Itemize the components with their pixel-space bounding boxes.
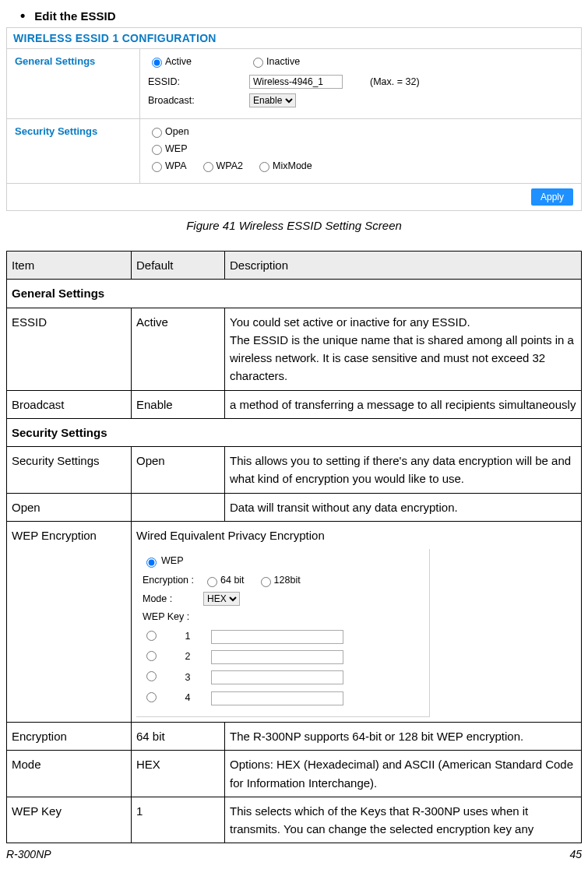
table-row: Encryption 64 bit The R-300NP supports 6… [7, 723, 582, 751]
table-row: Open Data will transit without any data … [7, 493, 582, 521]
security-settings-label: Security Settings [7, 119, 140, 183]
panel-title: WIRELESS ESSID 1 CONFIGURATION [7, 28, 581, 48]
th-item: Item [7, 252, 132, 280]
key-radio-4[interactable] [146, 692, 157, 702]
wep-mode-select[interactable]: HEX [203, 592, 240, 606]
key-radio-2[interactable] [146, 651, 157, 661]
key-input-1[interactable] [211, 630, 343, 644]
wep-key-row: 1 [143, 628, 423, 646]
wpa-radio[interactable]: WPA [148, 160, 187, 172]
wep-mode-row: Mode : HEX [143, 592, 423, 607]
wep-key-row: 2 [143, 649, 423, 666]
broadcast-label: Broadcast: [148, 95, 249, 106]
description-table: Item Default Description General Setting… [6, 251, 582, 843]
key-input-3[interactable] [211, 670, 343, 684]
wep-title: Wired Equivalent Privacy Encryption [136, 526, 576, 544]
th-desc: Description [225, 252, 582, 280]
key-radio-3[interactable] [146, 671, 157, 681]
general-section: General Settings [7, 280, 582, 308]
essid-hint: (Max. = 32) [370, 76, 420, 87]
table-row: Broadcast Enable a method of transferrin… [7, 390, 582, 418]
enc-128-radio[interactable]: 128bit [257, 573, 301, 588]
wep-panel: WEP Encryption : 64 bit 128bit Mode : HE… [136, 549, 430, 717]
th-default: Default [132, 252, 225, 280]
key-input-2[interactable] [211, 650, 343, 664]
table-row: Security Settings Open This allows you t… [7, 447, 582, 494]
broadcast-select[interactable]: Enable [249, 93, 296, 107]
figure-caption: Figure 41 Wireless ESSID Setting Screen [6, 219, 582, 232]
wep-key-row: 3 [143, 669, 423, 686]
apply-button[interactable]: Apply [531, 188, 573, 206]
table-row: ESSID Active You could set active or ina… [7, 308, 582, 390]
mixmode-radio[interactable]: MixMode [255, 160, 312, 172]
wpa2-radio[interactable]: WPA2 [199, 160, 244, 172]
inactive-radio[interactable]: Inactive [249, 55, 300, 68]
key-radio-1[interactable] [146, 631, 157, 641]
essid-row: ESSID: (Max. = 32) [148, 75, 573, 89]
wep-panel-radio[interactable] [146, 558, 157, 568]
wep-key-row: 4 [143, 690, 423, 707]
wep-encryption-row: Encryption : 64 bit 128bit [143, 573, 423, 588]
general-settings-label: General Settings [7, 49, 140, 118]
wep-radio[interactable]: WEP [148, 142, 187, 155]
config-panel: WIRELESS ESSID 1 CONFIGURATION General S… [6, 27, 582, 211]
bullet-icon: • [20, 8, 25, 24]
wep-key-label: WEP Key : [143, 610, 203, 624]
key-input-4[interactable] [211, 691, 343, 705]
active-radio[interactable]: Active [148, 55, 192, 68]
heading-text: Edit the ESSID [34, 9, 115, 23]
section-heading: • Edit the ESSID [20, 8, 582, 24]
essid-label: ESSID: [148, 76, 249, 87]
essid-input[interactable] [249, 75, 343, 89]
footer-left: R-300NP [6, 848, 51, 860]
open-radio[interactable]: Open [148, 125, 189, 138]
broadcast-row: Broadcast: Enable [148, 93, 573, 107]
status-row: Active Inactive [148, 55, 573, 70]
page-footer: R-300NP 45 [6, 848, 582, 860]
table-row: WEP Key 1 This selects which of the Keys… [7, 797, 582, 843]
table-row: Mode HEX Options: HEX (Hexadecimal) and … [7, 751, 582, 797]
security-section: Security Settings [7, 418, 582, 446]
footer-right: 45 [569, 848, 582, 860]
table-row: WEP Encryption Wired Equivalent Privacy … [7, 521, 582, 722]
enc-64-radio[interactable]: 64 bit [203, 573, 245, 588]
